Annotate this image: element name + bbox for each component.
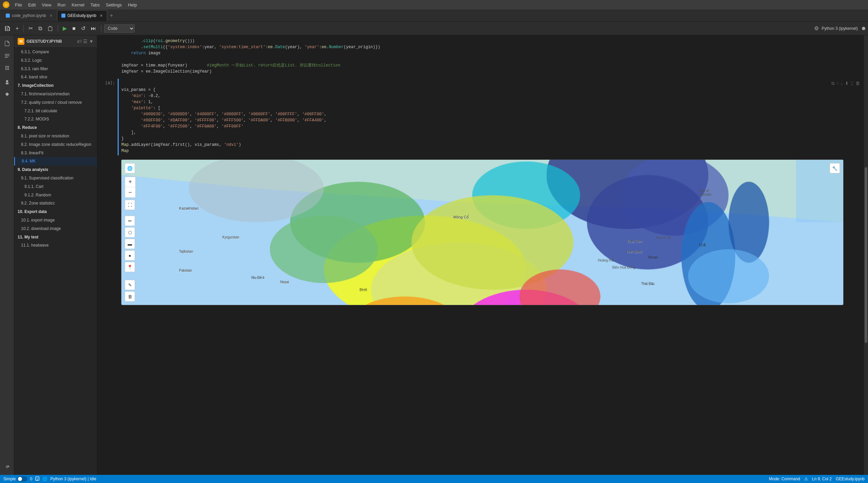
stop-button[interactable]: ■: [70, 24, 78, 33]
toc-item-5[interactable]: 7.1. first\mean\size\median: [14, 90, 97, 98]
toc-item-0[interactable]: 6.3.1. Compare: [14, 48, 97, 56]
tab-code-python[interactable]: code_python.ipynb ✕: [1, 10, 57, 21]
toc-item-16[interactable]: 9.1.1. Cart: [14, 182, 97, 191]
cursor-position: Ln 9, Col 2: [812, 477, 832, 481]
mode-command-label: Mode: Command: [769, 477, 800, 481]
toc-item-15[interactable]: 9.1. Supervised classification: [14, 174, 97, 182]
tab-geestudy[interactable]: GEEstudy.ipynb ✕: [57, 10, 107, 21]
toc-item-20[interactable]: 10.1. export image: [14, 216, 97, 225]
map-trash-btn[interactable]: 🗑: [125, 291, 135, 302]
cell-moveup-icon[interactable]: ↑: [836, 81, 839, 86]
toc-item-21[interactable]: 10.2. download image: [14, 225, 97, 233]
sidebar-icon-settings-bottom[interactable]: [2, 461, 13, 472]
cell-format-icon[interactable]: ⌶: [851, 81, 853, 86]
toc-item-22[interactable]: 11. My test: [14, 233, 97, 242]
toc-item-3[interactable]: 6.4. band slice: [14, 73, 97, 81]
menu-edit[interactable]: Edit: [25, 2, 38, 8]
menu-view[interactable]: View: [39, 2, 54, 8]
menu-help[interactable]: Help: [125, 2, 140, 8]
menu-run[interactable]: Run: [55, 2, 68, 8]
paste-button[interactable]: [45, 25, 55, 32]
sidebar-tag-btn[interactable]: 🏷: [77, 39, 82, 44]
mode-toggle[interactable]: Simple: [3, 476, 27, 482]
toc-item-9[interactable]: 8. Reduce: [14, 123, 97, 132]
menu-file[interactable]: File: [12, 2, 25, 8]
toc-item-8[interactable]: 7.2.2. MODIS: [14, 115, 97, 123]
toggle-track[interactable]: [17, 476, 27, 482]
tab-label-code-python: code_python.ipynb: [12, 13, 46, 18]
svg-point-2: [5, 66, 6, 67]
toc-item-18[interactable]: 9.2. Zone statisticc: [14, 199, 97, 208]
cell-delete-icon[interactable]: 🗑: [855, 81, 860, 86]
toc-item-2[interactable]: 6.3.3. rain filter: [14, 65, 97, 73]
toc-list: 6.3.1. Compare6.3.2. Logic6.3.3. rain fi…: [14, 48, 97, 475]
svg-text:3: 3: [37, 478, 38, 480]
menu-settings[interactable]: Settings: [103, 2, 124, 8]
scrollbar-thumb[interactable]: [865, 167, 867, 343]
toc-item-17[interactable]: 9.1.2. Random: [14, 191, 97, 199]
map-polygon-btn[interactable]: ⬡: [125, 227, 135, 237]
copy-button[interactable]: ⧉: [36, 24, 44, 33]
right-scrollbar[interactable]: [864, 35, 868, 475]
cell-movedown-icon[interactable]: ↓: [841, 81, 843, 86]
toc-item-6[interactable]: 7.2. quality control / cloud remove: [14, 98, 97, 107]
map-label-japan: 日本: [699, 243, 706, 248]
sidebar-icon-nav[interactable]: [2, 62, 13, 73]
sidebar-panel: M GEESTUDY.IPYNB 🏷 ☰ ▼ 6.3.1. Compare6.3…: [14, 35, 97, 475]
cell-4-content[interactable]: ⧉ ↑ ↓ ⬇ ⌶ 🗑 vis_params = { 'min': -0.2, …: [118, 79, 864, 155]
restart-run-button[interactable]: ⏭: [89, 24, 98, 33]
toc-item-11[interactable]: 8.2. Image zone statistic reduceRegion: [14, 140, 97, 149]
notebook-area[interactable]: .clip(roi.geometry())) .setMulti({'syste…: [97, 35, 864, 475]
kernel-settings-icon[interactable]: ⚙: [814, 25, 819, 32]
separator-2: [58, 25, 58, 32]
map-zoom-out-btn[interactable]: −: [125, 187, 135, 197]
svg-text:⬡: ⬡: [5, 3, 7, 7]
toolbar: + ✂ ⧉ ▶ ■ ↺ ⏭ Code Markdown Raw ⚙ Python…: [0, 22, 868, 35]
map-marker-btn[interactable]: 📍: [125, 262, 135, 272]
map-output: 🌐 + − ⛶ ✏ ⬡ ▬ ● 📍 ✎: [121, 159, 844, 305]
add-cell-button[interactable]: +: [14, 24, 21, 33]
map-pencil-btn[interactable]: ✏: [125, 216, 135, 226]
status-bar: Simple 0 3 🌐 Python 3 (ipykernel) | Idle…: [0, 475, 868, 483]
cell-download-icon[interactable]: ⬇: [845, 81, 849, 86]
toc-item-4[interactable]: 7. ImageCollection: [14, 81, 97, 90]
toc-item-14[interactable]: 9. Data analysis: [14, 166, 97, 174]
tab-close-geestudy[interactable]: ✕: [100, 14, 103, 18]
map-settings-btn[interactable]: 🔧: [830, 163, 840, 173]
toc-item-23[interactable]: 11.1. heatwave: [14, 241, 97, 250]
toc-item-1[interactable]: 6.3.2. Logic: [14, 56, 97, 65]
cut-button[interactable]: ✂: [26, 24, 35, 33]
map-circle-btn[interactable]: ●: [125, 250, 135, 260]
map-rect-btn[interactable]: ▬: [125, 239, 135, 249]
toc-item-12[interactable]: 8.3. linearFit: [14, 149, 97, 157]
tab-close-code-python[interactable]: ✕: [50, 14, 53, 18]
tab-add-button[interactable]: +: [107, 13, 116, 19]
toc-item-7[interactable]: 7.2.1. bit calculate: [14, 107, 97, 115]
restart-button[interactable]: ↺: [79, 24, 87, 33]
sidebar-icon-files[interactable]: [2, 38, 13, 49]
tab-label-geestudy: GEEstudy.ipynb: [67, 13, 96, 18]
map-globe-btn[interactable]: 🌐: [125, 163, 135, 173]
map-label-tajikistan: Tajikistan: [179, 250, 193, 253]
toc-item-13[interactable]: 8.4. MK: [14, 157, 97, 166]
sidebar-expand-btn[interactable]: ▼: [89, 39, 94, 44]
menu-kernel[interactable]: Kernel: [69, 2, 87, 8]
toc-item-10[interactable]: 8.1. pixel size or resolution: [14, 132, 97, 140]
map-fullscreen-btn[interactable]: ⛶: [125, 200, 135, 210]
sidebar-icon-toc[interactable]: [2, 50, 13, 61]
map-edit-btn[interactable]: ✎: [125, 280, 135, 290]
prior-cell-gutter: [97, 37, 118, 76]
cell-4-number: [4]:: [97, 79, 118, 155]
toc-item-19[interactable]: 10. Export data: [14, 208, 97, 216]
sidebar-icon-debug[interactable]: [2, 77, 13, 88]
map-label-sea-japan: Sea of J本: [655, 235, 671, 240]
cell-type-select[interactable]: Code Markdown Raw: [104, 24, 135, 33]
menu-tabs[interactable]: Tabs: [88, 2, 102, 8]
sidebar-icon-extensions[interactable]: [2, 90, 13, 100]
cell-copy-icon[interactable]: ⧉: [831, 81, 834, 86]
run-button[interactable]: ▶: [61, 24, 69, 33]
map-zoom-in-btn[interactable]: +: [125, 177, 135, 187]
simple-mode-label: Simple: [3, 477, 16, 481]
save-button[interactable]: [3, 25, 12, 32]
sidebar-list-btn[interactable]: ☰: [83, 39, 87, 44]
